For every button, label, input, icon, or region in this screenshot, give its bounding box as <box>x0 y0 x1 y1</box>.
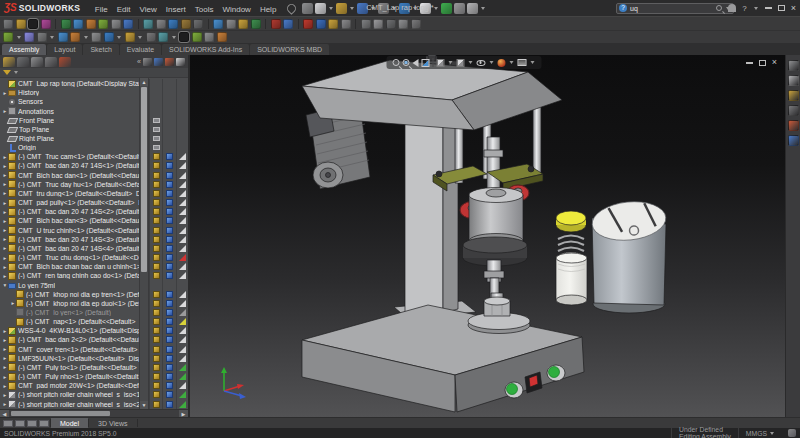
bottom-tab-model[interactable]: Model <box>51 418 88 428</box>
display-style-caret[interactable] <box>468 61 472 64</box>
transparency-cell[interactable] <box>176 290 188 299</box>
undo-caret[interactable] <box>413 7 417 10</box>
transparency-cell[interactable] <box>176 134 188 143</box>
file-explorer-icon[interactable] <box>788 90 799 101</box>
sketch-tool-5-icon[interactable] <box>111 19 121 29</box>
tree-item[interactable]: ▸History <box>0 88 188 97</box>
tree-item[interactable]: ▸CMT_Bich bac dan<3> (Default<<Default>_… <box>0 216 188 225</box>
mbd-tool-3-icon[interactable] <box>386 19 396 29</box>
transparency-cell[interactable] <box>176 299 188 308</box>
tree-item[interactable]: ▸CMT_tru dung<1> (Default<<Default>_Disp… <box>0 189 188 198</box>
appearance-cell[interactable] <box>162 262 175 271</box>
tab-assembly[interactable]: Assembly <box>2 44 46 55</box>
bill-of-materials-caret[interactable] <box>172 36 176 39</box>
tool-grey-icon[interactable] <box>341 19 351 29</box>
featuremanager-tree-tab[interactable] <box>3 57 15 67</box>
appearance-cell[interactable] <box>162 253 175 262</box>
mbd-tool-2-icon[interactable] <box>373 19 383 29</box>
appearance-cell[interactable] <box>162 345 175 354</box>
pane-splitter-button[interactable] <box>3 420 13 427</box>
transparency-cell[interactable] <box>176 253 188 262</box>
doc-close-button[interactable]: × <box>772 58 777 67</box>
display-mode-cell[interactable] <box>149 372 162 381</box>
mbd-tool-5-icon[interactable] <box>411 19 421 29</box>
new-motion-study-icon[interactable] <box>146 32 156 42</box>
transparency-cell[interactable] <box>176 390 188 399</box>
help-caret-icon[interactable] <box>754 7 758 10</box>
hide-show-column-icon[interactable] <box>143 58 152 66</box>
tree-item[interactable]: Origin <box>0 143 188 152</box>
restore-button[interactable] <box>778 5 785 11</box>
propertymanager-tab[interactable] <box>17 57 29 67</box>
assembly-tool-4-icon[interactable] <box>251 19 261 29</box>
display-mode-cell[interactable] <box>149 271 162 280</box>
display-mode-cell[interactable] <box>149 308 162 317</box>
tree-item[interactable]: Front Plane <box>0 116 188 125</box>
transparency-cell[interactable] <box>176 180 188 189</box>
transparency-cell[interactable] <box>176 198 188 207</box>
hide-show-items-icon[interactable] <box>476 60 485 66</box>
tree-item[interactable]: ▸(-) CMT_Truc chu dong<1> (Default<<Defa… <box>0 253 188 262</box>
edit-appearance-icon[interactable] <box>497 59 505 67</box>
sketch-tool-1-icon[interactable] <box>61 19 71 29</box>
design-library-icon[interactable] <box>788 75 799 86</box>
appearance-cell[interactable] <box>162 106 175 115</box>
view-tool-2-icon[interactable] <box>283 19 293 29</box>
transparency-cell[interactable] <box>176 235 188 244</box>
display-mode-cell[interactable] <box>149 226 162 235</box>
displaymanager-tab[interactable] <box>59 57 71 67</box>
tree-horizontal-scrollbar[interactable]: ◀ ▶ <box>0 409 188 417</box>
appearance-cell[interactable] <box>162 198 175 207</box>
display-mode-cell[interactable] <box>149 363 162 372</box>
new-document-icon[interactable] <box>315 3 326 14</box>
assembly-3d-model[interactable] <box>190 55 785 417</box>
transparency-cell[interactable] <box>176 244 188 253</box>
zoom-to-fit-icon[interactable] <box>392 59 399 66</box>
pane-splitter-button[interactable] <box>27 420 37 427</box>
doc-restore-button[interactable] <box>759 60 766 66</box>
appearance-cell[interactable] <box>162 143 175 152</box>
doc-minimize-button[interactable] <box>746 62 753 64</box>
menu-file[interactable]: File <box>90 5 112 14</box>
tool-gold-icon[interactable] <box>328 19 338 29</box>
transparency-cell[interactable] <box>176 207 188 216</box>
transparency-cell[interactable] <box>176 326 188 335</box>
select-cursor-icon[interactable] <box>420 3 431 14</box>
tree-item[interactable]: ▸(-) CMT_Puly nho<1> (Default<<Default>_… <box>0 372 188 381</box>
appearance-cell[interactable] <box>162 290 175 299</box>
display-mode-cell[interactable] <box>149 354 162 363</box>
tree-vertical-scrollbar[interactable]: ▲ ▼ <box>139 78 149 409</box>
save-icon[interactable] <box>357 3 368 14</box>
scroll-down-icon[interactable]: ▼ <box>140 401 148 409</box>
appearance-ball-icon[interactable] <box>41 19 51 29</box>
transparency-cell[interactable] <box>176 363 188 372</box>
tree-item[interactable]: ▸CMT_pad motor 20W<1> (Default<<Default>… <box>0 381 188 390</box>
tree-item[interactable]: ▸WSS-4-0_4KW-B14L0<1> (Default<Display S… <box>0 326 188 335</box>
transparency-cell[interactable] <box>176 216 188 225</box>
assembly-features-caret[interactable] <box>117 36 121 39</box>
display-mode-cell[interactable] <box>149 125 162 134</box>
transparency-cell[interactable] <box>176 317 188 326</box>
model-view-icon[interactable] <box>16 19 26 29</box>
tree-item[interactable]: ▸CMT_cover tren<1> (Default<<Default>_Di… <box>0 345 188 354</box>
appearance-cell[interactable] <box>162 271 175 280</box>
units-selector[interactable]: MMGS <box>738 428 782 438</box>
hide-show-items-caret[interactable] <box>489 61 493 64</box>
linear-component-pattern-icon[interactable] <box>37 32 47 42</box>
tab-sketch[interactable]: Sketch <box>83 44 118 55</box>
custom-properties-icon[interactable] <box>788 135 799 146</box>
tree-item[interactable]: ▸(-) short pitch roller chain wheel_s_is… <box>0 390 188 399</box>
move-component-caret[interactable] <box>84 36 88 39</box>
view-settings-icon[interactable] <box>517 59 526 66</box>
pin-menu-icon[interactable] <box>285 2 298 15</box>
mbd-tool-4-icon[interactable] <box>398 19 408 29</box>
reference-geometry-caret[interactable] <box>138 36 142 39</box>
sketch-tool-6-icon[interactable] <box>123 19 133 29</box>
sketch-tool-4-icon[interactable] <box>98 19 108 29</box>
display-mode-cell[interactable] <box>149 134 162 143</box>
transparency-cell[interactable] <box>176 372 188 381</box>
appearance-cell[interactable] <box>162 152 175 161</box>
display-mode-cell[interactable] <box>149 79 162 88</box>
feature-tool-1-icon[interactable] <box>143 19 153 29</box>
display-mode-column-icon[interactable] <box>154 58 163 66</box>
